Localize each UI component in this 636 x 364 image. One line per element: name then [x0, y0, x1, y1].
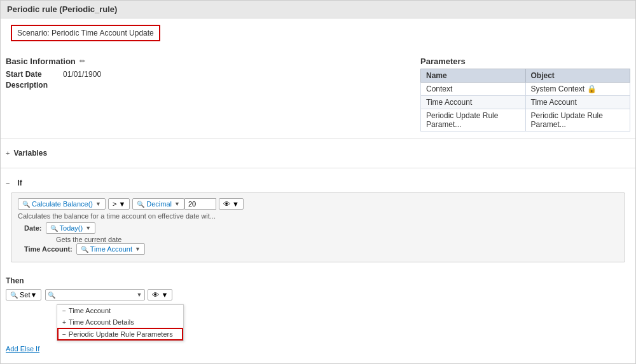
date-sub-row: Date: 🔍 Today() ▼	[18, 222, 618, 234]
time-account-value: Time Account	[90, 245, 132, 253]
set-caret: ▼	[31, 291, 38, 299]
dropdown-item-label: Time Account Details	[69, 318, 134, 326]
start-date-row: Start Date 01/01/1900	[6, 70, 401, 79]
today-btn[interactable]: 🔍 Today() ▼	[46, 222, 96, 234]
time-account-magnifier: 🔍	[81, 246, 88, 253]
params-row: Time AccountTime Account	[421, 96, 630, 109]
dropdown-item[interactable]: −Periodic Update Rule Parameters	[57, 328, 183, 340]
dropdown-menu: −Time Account+Time Account Details−Perio…	[57, 304, 184, 341]
calculate-balance-label: Calculate Balance()	[32, 200, 93, 208]
time-account-caret: ▼	[135, 246, 141, 252]
variables-section[interactable]: + Variables	[1, 145, 635, 161]
params-cell-name: Time Account	[421, 96, 526, 109]
scenario-wrapper: Scenario: Periodic Time Account Update	[1, 18, 635, 48]
basic-info-header: Basic Information ✏	[6, 57, 401, 66]
basic-info-title: Basic Information	[6, 57, 76, 66]
edit-icon[interactable]: ✏	[80, 57, 85, 65]
set-btn[interactable]: 🔍 Set ▼	[6, 289, 41, 300]
today-caret: ▼	[85, 225, 91, 231]
params-cell-name: Context	[421, 83, 526, 96]
divider-1	[1, 138, 635, 138]
params-row: ContextSystem Context🔒	[421, 83, 630, 96]
dropdown-item-icon: −	[62, 307, 66, 314]
today-desc: Gets the current date	[18, 236, 618, 243]
add-else-if-btn[interactable]: Add Else If	[6, 345, 630, 353]
set-magnifier: 🔍	[10, 292, 18, 299]
description-row: Description	[6, 81, 401, 90]
time-account-label: Time Account:	[24, 245, 73, 253]
then-section: Then 🔍 Set ▼ 🔍 ▼ 👁 ▼ −Time Account+Time …	[1, 273, 635, 356]
if-header: − If	[6, 179, 630, 187]
condition-top-row: 🔍 Calculate Balance() ▼ > ▼ 🔍 Decimal ▼ …	[18, 198, 618, 210]
params-cell-object: System Context🔒	[525, 83, 630, 96]
right-panel: Parameters Name Object ContextSystem Con…	[414, 51, 630, 131]
decimal-caret: ▼	[174, 201, 180, 207]
then-eye-btn[interactable]: 👁 ▼	[148, 289, 172, 300]
lock-icon: 🔒	[587, 84, 597, 93]
calculate-balance-btn[interactable]: 🔍 Calculate Balance() ▼	[18, 198, 106, 210]
params-cell-object: Time Account	[525, 96, 630, 109]
decimal-label: Decimal	[146, 200, 172, 208]
today-magnifier: 🔍	[50, 225, 58, 232]
condition-box: 🔍 Calculate Balance() ▼ > ▼ 🔍 Decimal ▼ …	[11, 192, 625, 262]
caret-icon: ▼	[95, 201, 101, 207]
start-date-label: Start Date	[6, 70, 63, 79]
params-table: Name Object ContextSystem Context🔒Time A…	[420, 69, 630, 131]
variables-expand-icon: +	[6, 149, 10, 157]
window-title: Periodic rule (Periodic_rule)	[7, 4, 117, 14]
left-panel: Basic Information ✏ Start Date 01/01/190…	[6, 51, 414, 131]
decimal-btn[interactable]: 🔍 Decimal ▼	[132, 198, 184, 210]
search-small-icon: 🔍	[46, 292, 57, 299]
params-col-name: Name	[421, 69, 526, 83]
params-col-object: Object	[525, 69, 630, 83]
date-label: Date:	[24, 224, 42, 232]
time-account-sub-row: Time Account: 🔍 Time Account ▼	[18, 243, 618, 255]
title-bar: Periodic rule (Periodic_rule)	[1, 1, 635, 18]
dropdown-item[interactable]: −Time Account	[57, 305, 183, 316]
description-label: Description	[6, 81, 63, 90]
scenario-bar: Scenario: Periodic Time Account Update	[11, 25, 160, 41]
main-window: Periodic rule (Periodic_rule) Scenario: …	[0, 0, 636, 364]
params-header-row: Name Object	[421, 69, 630, 83]
then-row: 🔍 Set ▼ 🔍 ▼ 👁 ▼	[6, 289, 630, 300]
search-input-row[interactable]: 🔍 ▼	[45, 289, 145, 300]
if-label: If	[17, 179, 22, 187]
if-collapse-icon[interactable]: −	[6, 179, 10, 187]
time-account-btn[interactable]: 🔍 Time Account ▼	[76, 243, 145, 255]
magnifier-icon: 🔍	[22, 201, 30, 208]
today-label: Today()	[60, 224, 83, 232]
operator-label: >	[113, 200, 116, 208]
condition-desc: Calculates the balance for a time accoun…	[18, 212, 618, 220]
parameters-section: Parameters Name Object ContextSystem Con…	[420, 57, 630, 131]
start-date-value: 01/01/1900	[63, 70, 101, 79]
decimal-magnifier: 🔍	[137, 201, 144, 208]
dropdown-item-label: Periodic Update Rule Parameters	[69, 330, 173, 338]
search-caret: ▼	[134, 292, 144, 298]
variables-label: Variables	[13, 149, 47, 158]
info-table: Start Date 01/01/1900 Description	[6, 70, 401, 90]
params-cell-name: Periodic Update Rule Paramet...	[421, 109, 526, 131]
top-area: Basic Information ✏ Start Date 01/01/190…	[1, 48, 635, 131]
operator-gt-btn[interactable]: > ▼	[108, 198, 130, 210]
dropdown-item-label: Time Account	[69, 307, 111, 314]
value-input[interactable]	[184, 198, 216, 210]
eye-btn[interactable]: 👁 ▼	[219, 198, 244, 210]
params-title: Parameters	[420, 57, 630, 66]
scenario-label: Scenario: Periodic Time Account Update	[17, 29, 154, 37]
divider-2	[1, 168, 635, 168]
operator-caret: ▼	[118, 200, 125, 208]
dropdown-item[interactable]: +Time Account Details	[57, 316, 183, 328]
params-cell-object: Periodic Update Rule Paramet...	[525, 109, 630, 131]
search-input[interactable]	[57, 290, 134, 300]
dropdown-item-icon: +	[62, 319, 66, 326]
params-row: Periodic Update Rule Paramet...Periodic …	[421, 109, 630, 131]
if-section: − If 🔍 Calculate Balance() ▼ > ▼ 🔍 Decim…	[1, 175, 635, 273]
then-label: Then	[6, 276, 630, 285]
dropdown-item-icon: −	[62, 331, 66, 338]
set-label: Set	[20, 291, 31, 299]
